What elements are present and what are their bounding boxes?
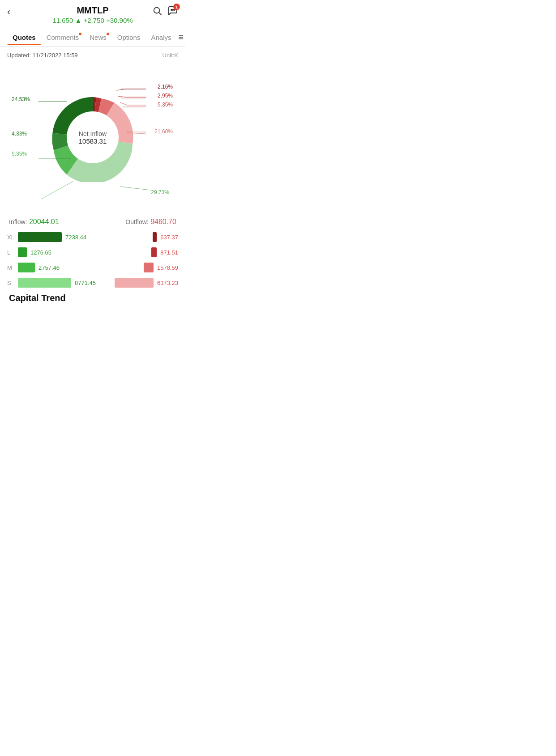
search-button[interactable] (152, 6, 162, 18)
bar-inflow-value-l: 1276.65 (30, 249, 51, 256)
bar-inflow-value-xl: 7238.44 (65, 234, 86, 241)
chat-button[interactable]: 1 (167, 5, 178, 19)
label-2.16: 2.16% (158, 84, 173, 90)
back-button[interactable]: ‹ (7, 6, 10, 18)
outflow-label: Outflow: (125, 218, 148, 225)
inflow-value: 20044.01 (29, 218, 59, 225)
donut-center: Net Inflow 10583.31 (79, 130, 107, 145)
arrow-up-icon: ▲ (75, 17, 81, 24)
donut-chart-area: Net Inflow 10583.31 2.16% 2.95% 5.35% 21… (7, 66, 178, 209)
label-24.53: 24.53% (12, 96, 30, 102)
bar-inflow-section-l: 1276.65 (18, 247, 98, 257)
inflow-section: Inflow: 20044.01 (9, 218, 59, 226)
tab-analysis[interactable]: Analys (145, 30, 176, 45)
outflow-section: Outflow: 9460.70 (125, 218, 176, 226)
svg-point-3 (172, 9, 173, 10)
inflow-label: Inflow: (9, 218, 27, 225)
bar-rows: XL 7238.44 637.37 L 1276.65 871.51 M 275… (7, 232, 178, 288)
bar-outflow-s (115, 278, 154, 288)
bar-outflow-value-m: 1578.59 (157, 264, 178, 271)
svg-line-1 (159, 13, 161, 15)
bar-inflow-l (18, 247, 27, 257)
bar-outflow-value-s: 6373.23 (157, 280, 178, 286)
bar-inflow-section-m: 2757.46 (18, 263, 98, 272)
news-dot (107, 33, 109, 35)
price-main: 11.650 (52, 17, 73, 24)
bar-inflow-section-s: 8771.45 (18, 278, 98, 288)
bar-inflow-section-xl: 7238.44 (18, 232, 98, 242)
tab-bar: Quotes Comments News Options Analys ≡ (0, 24, 185, 47)
updated-label: Updated: 11/21/2022 15:59 (7, 52, 78, 59)
donut-center-value: 10583.31 (79, 137, 107, 145)
bar-row-m: M 2757.46 1578.59 (7, 263, 178, 272)
updated-row: Updated: 11/21/2022 15:59 Unit:K (7, 52, 178, 59)
notification-badge: 1 (173, 4, 180, 10)
bar-outflow-l (151, 247, 157, 257)
label-2.95: 2.95% (158, 93, 173, 99)
tab-options[interactable]: Options (112, 30, 146, 45)
tab-quotes[interactable]: Quotes (7, 30, 41, 45)
outflow-value: 9460.70 (150, 218, 176, 225)
bar-outflow-value-l: 871.51 (160, 249, 178, 256)
donut-center-label: Net Inflow (79, 130, 107, 137)
bar-outflow-m (144, 263, 154, 272)
svg-line-10 (41, 181, 73, 199)
label-4.33: 4.33% (12, 131, 27, 137)
label-21.60: 21.60% (154, 128, 173, 135)
bar-size-xl: XL (7, 234, 18, 241)
price-change-pct: +30.90% (106, 17, 133, 24)
unit-label: Unit:K (163, 52, 178, 59)
bar-inflow-m (18, 263, 35, 272)
header-icons: 1 (152, 5, 178, 19)
bar-size-l: L (7, 249, 18, 256)
bar-outflow-section-l: 871.51 (98, 247, 178, 257)
label-5.35: 5.35% (158, 102, 173, 108)
bar-inflow-s (18, 278, 71, 288)
comments-dot (79, 33, 81, 35)
donut-container: Net Inflow 10583.31 (48, 93, 137, 182)
bar-row-s: S 8771.45 6373.23 (7, 278, 178, 288)
inflow-outflow-header: Inflow: 20044.01 Outflow: 9460.70 (7, 218, 178, 226)
tab-news[interactable]: News (84, 30, 112, 45)
label-9.35: 9.35% (12, 151, 27, 157)
svg-line-9 (120, 187, 150, 190)
capital-trend-title: Capital Trend (7, 293, 178, 303)
header: ‹ 1 MMTLP 11.650 ▲ +2.750 +30.90% (0, 0, 185, 24)
bar-inflow-xl (18, 232, 62, 242)
bar-outflow-section-m: 1578.59 (98, 263, 178, 272)
bar-row-xl: XL 7238.44 637.37 (7, 232, 178, 242)
main-content: Updated: 11/21/2022 15:59 Unit:K (0, 47, 185, 309)
tab-menu-button[interactable]: ≡ (176, 29, 185, 46)
bar-outflow-value-xl: 637.37 (160, 234, 178, 241)
price-change: +2.750 (83, 17, 104, 24)
bar-size-s: S (7, 280, 18, 286)
label-29.73: 29.73% (151, 189, 169, 195)
svg-point-2 (171, 9, 172, 10)
bar-row-l: L 1276.65 871.51 (7, 247, 178, 257)
tab-comments[interactable]: Comments (41, 30, 85, 45)
bar-size-m: M (7, 264, 18, 271)
bar-outflow-xl (153, 232, 157, 242)
bar-inflow-value-m: 2757.46 (38, 264, 60, 271)
bar-outflow-section-xl: 637.37 (98, 232, 178, 242)
bar-inflow-value-s: 8771.45 (75, 280, 96, 286)
bar-outflow-section-s: 6373.23 (98, 278, 178, 288)
